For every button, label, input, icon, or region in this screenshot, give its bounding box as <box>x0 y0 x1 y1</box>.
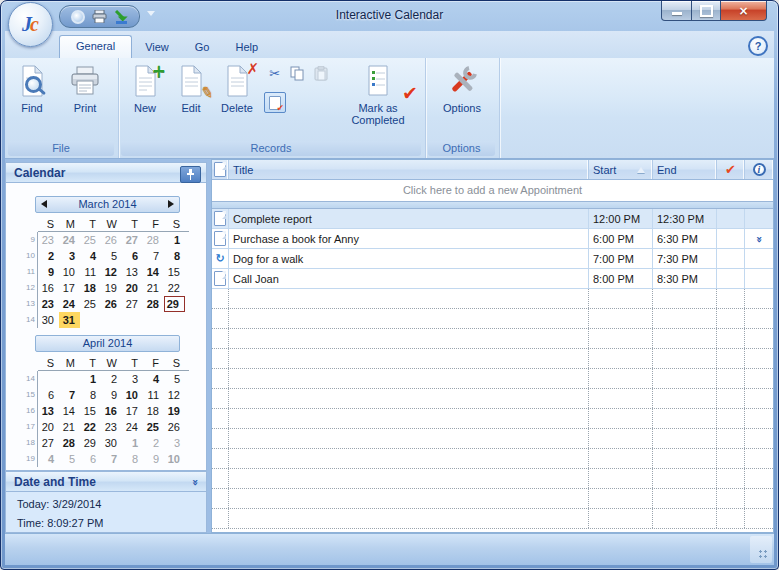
calendar-day[interactable]: 5 <box>101 248 122 264</box>
calendar-day[interactable]: 2 <box>38 248 59 264</box>
tab-go[interactable]: Go <box>182 37 223 58</box>
calendar-day[interactable]: 3 <box>59 248 80 264</box>
calendar-day[interactable]: 20 <box>122 280 143 296</box>
calendar-day[interactable]: 9 <box>101 387 122 403</box>
calendar-day[interactable]: 4 <box>143 371 164 387</box>
pin-button[interactable] <box>180 166 201 183</box>
quick-find-button[interactable] <box>68 8 87 25</box>
tab-help[interactable]: Help <box>222 37 271 58</box>
table-row[interactable]: ↻Dog for a walk7:00 PM7:30 PM <box>212 249 773 269</box>
quick-export-button[interactable] <box>112 8 131 25</box>
calendar-day[interactable]: 10 <box>59 264 80 280</box>
calendar-day[interactable]: 18 <box>143 403 164 419</box>
calendar-day[interactable]: 19 <box>101 280 122 296</box>
tab-general[interactable]: General <box>59 35 132 58</box>
resize-grip[interactable] <box>757 548 768 559</box>
calendar-day[interactable]: 9 <box>38 264 59 280</box>
calendar-day[interactable]: 7 <box>59 387 80 403</box>
calendar-day[interactable]: 23 <box>38 296 59 312</box>
calendar-day[interactable]: 18 <box>80 280 101 296</box>
calendar-day[interactable]: 17 <box>59 280 80 296</box>
calendar-day[interactable]: 29 <box>80 435 101 451</box>
calendar-day[interactable]: 15 <box>80 403 101 419</box>
calendar-day[interactable]: 22 <box>80 419 101 435</box>
next-month-arrow-icon[interactable] <box>168 200 174 208</box>
calendar-day[interactable]: 28 <box>59 435 80 451</box>
table-row[interactable]: Purchase a book for Anny6:00 PM6:30 PM» <box>212 229 773 249</box>
delete-button[interactable]: ✗ Delete <box>214 61 260 114</box>
calendar-day[interactable]: 4 <box>80 248 101 264</box>
calendar-day[interactable]: 9 <box>143 451 164 467</box>
calendar-day[interactable]: 8 <box>164 248 185 264</box>
calendar-day[interactable]: 24 <box>59 232 80 248</box>
header-completed-column[interactable]: ✔ <box>717 160 745 179</box>
calendar-day[interactable]: 24 <box>59 296 80 312</box>
calendar-day[interactable]: 10 <box>164 451 185 467</box>
calendar-day[interactable]: 3 <box>164 435 185 451</box>
paste-button[interactable] <box>311 63 332 84</box>
find-button[interactable]: Find <box>9 61 55 114</box>
calendar-day[interactable]: 15 <box>164 264 185 280</box>
calendar-day[interactable]: 17 <box>122 403 143 419</box>
calendar-day[interactable]: 2 <box>143 435 164 451</box>
calendar-day[interactable]: 25 <box>143 419 164 435</box>
calendar-day[interactable]: 27 <box>122 296 143 312</box>
calendar-day[interactable]: 7 <box>143 248 164 264</box>
calendar-day[interactable]: 31 <box>59 312 80 328</box>
calendar-day[interactable]: 30 <box>38 312 59 328</box>
expand-chevron-icon[interactable]: » <box>754 235 764 241</box>
calendar-day[interactable]: 11 <box>143 387 164 403</box>
calendar-day[interactable]: 2 <box>101 371 122 387</box>
header-end-column[interactable]: End <box>653 160 717 179</box>
calendar-day[interactable]: 19 <box>164 403 185 419</box>
calendar-day[interactable]: 26 <box>101 232 122 248</box>
calendar-day[interactable]: 26 <box>164 419 185 435</box>
calendar-day[interactable]: 3 <box>122 371 143 387</box>
calendar-day[interactable]: 12 <box>101 264 122 280</box>
calendar-day[interactable]: 4 <box>38 451 59 467</box>
new-button[interactable]: + New <box>122 61 168 114</box>
new-dialog-toggle-button[interactable]: ✔ <box>264 92 286 113</box>
calendar-day[interactable]: 1 <box>80 371 101 387</box>
table-row[interactable]: Complete report12:00 PM12:30 PM <box>212 209 773 229</box>
quick-print-button[interactable] <box>90 8 109 25</box>
header-start-column[interactable]: Start <box>589 160 653 179</box>
calendar-day[interactable]: 1 <box>164 232 185 248</box>
calendar-day[interactable]: 16 <box>101 403 122 419</box>
mark-as-completed-button[interactable]: ✔ Mark as Completed <box>339 61 417 126</box>
calendar-day[interactable]: 8 <box>80 387 101 403</box>
calendar-day[interactable]: 27 <box>38 435 59 451</box>
calendar-day[interactable]: 5 <box>59 451 80 467</box>
calendar-day[interactable]: 13 <box>122 264 143 280</box>
calendar-day[interactable]: 7 <box>101 451 122 467</box>
app-logo-button[interactable]: Jc <box>8 2 53 47</box>
edit-button[interactable]: ✎ Edit <box>168 61 214 114</box>
table-row[interactable]: Call Joan8:00 PM8:30 PM <box>212 269 773 289</box>
help-button[interactable]: ? <box>748 36 768 56</box>
close-button[interactable]: × <box>721 1 767 21</box>
calendar-day[interactable]: 14 <box>59 403 80 419</box>
calendar-day[interactable]: 6 <box>122 248 143 264</box>
calendar-day[interactable]: 1 <box>122 435 143 451</box>
calendar-day[interactable]: 13 <box>38 403 59 419</box>
calendar-day[interactable]: 24 <box>122 419 143 435</box>
collapse-chevron-icon[interactable]: » <box>190 479 200 485</box>
calendar-day[interactable]: 14 <box>143 264 164 280</box>
calendar-day[interactable]: 28 <box>143 232 164 248</box>
copy-button[interactable] <box>287 63 308 84</box>
calendar-day[interactable]: 23 <box>38 232 59 248</box>
calendar-day[interactable]: 5 <box>164 371 185 387</box>
calendar-day[interactable]: 25 <box>80 232 101 248</box>
calendar-day[interactable]: 27 <box>122 232 143 248</box>
calendar-day[interactable]: 22 <box>164 280 185 296</box>
calendar-day-today[interactable]: 29 <box>164 296 185 312</box>
add-appointment-row[interactable]: Click here to add a new Appointment <box>212 180 773 201</box>
maximize-button[interactable] <box>692 1 721 21</box>
header-info-column[interactable]: i <box>745 160 773 179</box>
calendar-day[interactable]: 23 <box>101 419 122 435</box>
calendar-day[interactable]: 28 <box>143 296 164 312</box>
calendar-day[interactable]: 30 <box>101 435 122 451</box>
qat-customize-chevron-icon[interactable] <box>147 11 155 16</box>
prev-month-arrow-icon[interactable] <box>41 200 47 208</box>
calendar-day[interactable]: 8 <box>122 451 143 467</box>
